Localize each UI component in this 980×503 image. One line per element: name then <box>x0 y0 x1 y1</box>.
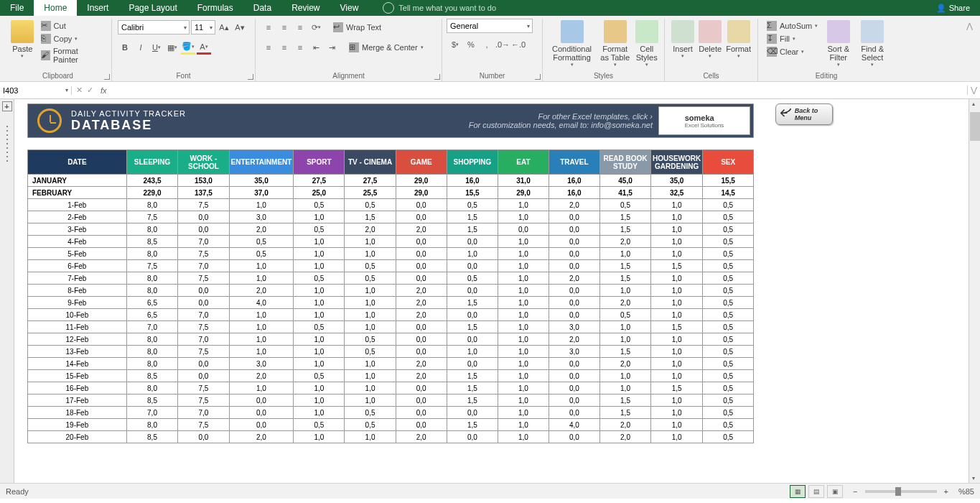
align-center-icon[interactable]: ≡ <box>277 40 291 55</box>
fill-color-button[interactable]: 🪣▾ <box>181 40 195 55</box>
normal-view-icon[interactable]: ▦ <box>790 485 806 498</box>
share-button[interactable]: 👤Share <box>926 4 980 13</box>
bold-button[interactable]: B <box>118 40 132 55</box>
column-header[interactable]: GAME <box>396 150 447 175</box>
italic-button[interactable]: I <box>134 40 148 55</box>
number-dialog-launcher[interactable] <box>535 74 541 80</box>
paste-button[interactable]: Paste▾ <box>9 19 37 60</box>
outline-expand-button[interactable]: + <box>2 101 12 111</box>
table-row[interactable]: 9-Feb6,50,04,01,01,02,01,51,00,02,01,00,… <box>28 297 754 309</box>
column-header[interactable]: HOUSEWORK GARDENING <box>651 150 703 175</box>
table-row[interactable]: 1-Feb8,07,51,00,50,50,00,51,02,00,51,00,… <box>28 199 754 211</box>
tab-view[interactable]: View <box>330 0 369 16</box>
format-as-table-button[interactable]: Format as Table▾ <box>597 19 633 69</box>
name-box[interactable]: I403 <box>0 86 72 95</box>
table-row[interactable]: 8-Feb8,00,02,01,01,02,00,01,00,01,01,00,… <box>28 285 754 297</box>
cell-styles-button[interactable]: Cell Styles▾ <box>633 19 660 69</box>
tab-file[interactable]: File <box>0 0 34 16</box>
banner-link[interactable]: For other Excel templates, click › <box>469 112 653 121</box>
table-row[interactable]: 6-Feb7,57,01,01,00,50,00,01,00,01,51,50,… <box>28 260 754 272</box>
tab-insert[interactable]: Insert <box>77 0 118 16</box>
column-header[interactable]: SPORT <box>294 150 345 175</box>
column-header[interactable]: SHOPPING <box>447 150 498 175</box>
conditional-formatting-button[interactable]: Conditional Formatting▾ <box>547 19 597 69</box>
autosum-button[interactable]: ΣAutoSum▾ <box>764 20 821 32</box>
decrease-font-icon[interactable]: A▾ <box>233 20 247 34</box>
cut-button[interactable]: ✂Cut <box>38 20 106 32</box>
cancel-formula-icon[interactable]: ✕ <box>76 86 83 95</box>
font-color-button[interactable]: A▾ <box>197 40 211 55</box>
decrease-decimal-icon[interactable]: ←.0 <box>511 37 526 52</box>
clipboard-dialog-launcher[interactable] <box>104 74 110 80</box>
page-break-view-icon[interactable]: ▣ <box>827 485 843 498</box>
font-name-combo[interactable]: Calibri <box>118 20 190 34</box>
column-header[interactable]: READ BOOK STUDY <box>600 150 651 175</box>
wrap-text-button[interactable]: ↩Wrap Text <box>330 22 384 33</box>
sort-filter-button[interactable]: Sort & Filter▾ <box>822 19 854 69</box>
month-summary-row[interactable]: FEBRUARY229,0137,537,025,025,529,015,529… <box>28 187 754 199</box>
back-to-menu-button[interactable]: Back to Menu <box>775 103 833 125</box>
table-row[interactable]: 18-Feb7,07,00,01,00,50,00,01,00,01,51,00… <box>28 407 754 419</box>
table-row[interactable]: 15-Feb8,50,02,00,51,02,01,51,00,01,01,00… <box>28 370 754 382</box>
month-summary-row[interactable]: JANUARY243,5153,035,027,527,529,016,031,… <box>28 175 754 187</box>
percent-icon[interactable]: % <box>464 37 478 52</box>
currency-icon[interactable]: $▾ <box>448 37 462 52</box>
align-bottom-icon[interactable]: ≡ <box>293 20 307 34</box>
number-format-combo[interactable]: General <box>447 19 533 33</box>
fx-icon[interactable]: fx <box>98 86 110 95</box>
orientation-icon[interactable]: ⟳▾ <box>309 20 323 34</box>
table-row[interactable]: 3-Feb8,00,02,00,52,02,01,50,00,01,51,00,… <box>28 223 754 236</box>
insert-button[interactable]: Insert▾ <box>669 19 696 60</box>
fill-button[interactable]: ↧Fill▾ <box>764 33 821 45</box>
expand-formula-bar-icon[interactable]: ⋁ <box>967 86 980 95</box>
clear-button[interactable]: ⌫Clear▾ <box>764 46 821 57</box>
format-painter-button[interactable]: 🖌Format Painter <box>38 46 106 65</box>
font-size-combo[interactable]: 11 <box>191 20 215 34</box>
vertical-scrollbar[interactable] <box>969 99 980 483</box>
alignment-dialog-launcher[interactable] <box>434 74 440 80</box>
column-header[interactable]: SLEEPING <box>126 150 178 175</box>
format-button[interactable]: Format▾ <box>724 19 753 60</box>
table-row[interactable]: 16-Feb8,07,51,01,01,00,01,51,00,01,01,50… <box>28 382 754 394</box>
column-header[interactable]: ENTERTAINMENT <box>229 150 294 175</box>
font-dialog-launcher[interactable] <box>248 74 253 80</box>
collapse-ribbon-icon[interactable]: ⋀ <box>963 19 976 81</box>
table-row[interactable]: 2-Feb7,50,03,01,01,50,01,51,00,01,51,00,… <box>28 211 754 223</box>
underline-button[interactable]: U▾ <box>149 40 164 55</box>
table-row[interactable]: 17-Feb8,57,50,01,01,00,01,51,00,01,51,00… <box>28 394 754 407</box>
find-select-button[interactable]: Find & Select▾ <box>854 19 890 69</box>
column-header[interactable]: TRAVEL <box>549 150 599 175</box>
table-row[interactable]: 13-Feb8,07,51,01,00,50,01,01,03,01,51,00… <box>28 346 754 358</box>
table-row[interactable]: 7-Feb8,07,51,00,50,50,00,51,02,01,51,00,… <box>28 272 754 285</box>
table-row[interactable]: 10-Feb6,57,01,01,01,02,00,01,00,00,51,00… <box>28 309 754 321</box>
comma-icon[interactable]: , <box>480 37 494 52</box>
increase-font-icon[interactable]: A▴ <box>217 20 231 34</box>
increase-decimal-icon[interactable]: .0→ <box>495 37 510 52</box>
increase-indent-icon[interactable]: ⇥ <box>325 40 339 55</box>
table-row[interactable]: 4-Feb8,57,00,51,01,00,00,01,00,02,01,00,… <box>28 236 754 248</box>
column-header[interactable]: WORK - SCHOOL <box>178 150 229 175</box>
column-header[interactable]: SEX <box>703 150 754 175</box>
zoom-in-button[interactable]: + <box>944 487 948 496</box>
page-layout-view-icon[interactable]: ▤ <box>808 485 824 498</box>
borders-button[interactable]: ▦▾ <box>165 40 179 55</box>
zoom-out-button[interactable]: − <box>853 487 857 496</box>
someka-logo[interactable]: somekaExcel Solutions <box>658 106 750 135</box>
column-header[interactable]: TV - CINEMA <box>345 150 396 175</box>
tab-home[interactable]: Home <box>34 0 77 16</box>
delete-button[interactable]: Delete▾ <box>696 19 724 60</box>
activity-table[interactable]: DATESLEEPINGWORK - SCHOOLENTERTAINMENTSP… <box>27 149 754 443</box>
tab-formulas[interactable]: Formulas <box>187 0 243 16</box>
zoom-level[interactable]: %85 <box>958 487 974 496</box>
column-header[interactable]: DATE <box>28 150 127 175</box>
enter-formula-icon[interactable]: ✓ <box>87 86 93 95</box>
column-header[interactable]: EAT <box>498 150 549 175</box>
align-middle-icon[interactable]: ≡ <box>277 20 291 34</box>
table-row[interactable]: 20-Feb8,50,02,01,01,02,00,01,00,02,01,00… <box>28 431 754 443</box>
zoom-slider[interactable] <box>865 490 937 493</box>
tab-page-layout[interactable]: Page Layout <box>118 0 187 16</box>
table-row[interactable]: 11-Feb7,07,51,00,51,00,01,51,03,01,01,50… <box>28 321 754 333</box>
copy-button[interactable]: ⎘Copy▾ <box>38 33 106 45</box>
table-row[interactable]: 14-Feb8,00,03,01,01,02,00,01,00,02,01,00… <box>28 358 754 370</box>
tab-data[interactable]: Data <box>243 0 281 16</box>
